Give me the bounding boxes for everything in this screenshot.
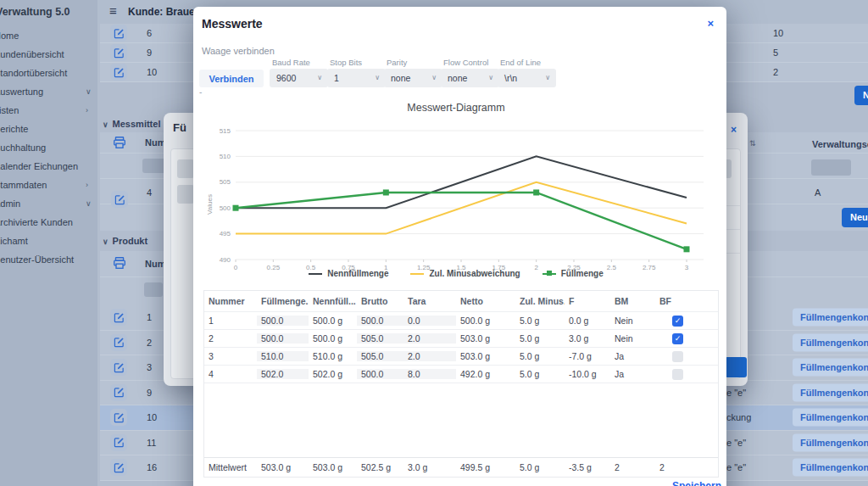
row-text-fragment: ckung [726,412,751,422]
edit-icon[interactable] [110,25,127,42]
field-label: Parity [387,58,407,67]
table-cell: 500.0 g [309,333,357,344]
sidebar-item-eichamt[interactable]: Eichamt [0,232,97,250]
filter-input-nummer[interactable] [142,159,166,173]
sidebar-item-kalender-eichungen[interactable]: Kalender Eichungen [0,157,97,176]
speichern-link[interactable]: Speichern [672,480,721,486]
legend-label: Zul. Minusabweichung [429,269,520,278]
printer-icon[interactable] [113,136,126,153]
fuellmengenkontrolle-button[interactable]: Füllmengenkontrolle [793,459,868,477]
edit-icon[interactable] [110,384,127,401]
sidebar-item-benutzer-bersicht[interactable]: Benutzer-Übersicht [0,250,97,269]
section-messmittel[interactable]: ∨Messmittel [103,119,160,129]
section-produkt[interactable]: ∨Produkt [103,236,147,246]
bf-checkbox[interactable]: ✓ [672,333,683,344]
row-text-fragment: e "e" [726,388,746,398]
sidebar-item-auswertung[interactable]: Auswertung∨ [0,82,97,101]
select-flow-control[interactable]: none∨ [441,69,499,87]
modal2-blue-button[interactable] [725,357,747,377]
table-cell: Nein [610,316,655,326]
row-text-fragment: e "e" [726,438,746,448]
select-end-of-line[interactable]: \r\n∨ [498,69,556,87]
modal2-input[interactable] [177,185,194,204]
hamburger-menu-icon[interactable]: ≡ [109,3,117,18]
filter-input-verwaltungscode[interactable] [811,159,851,176]
printer-icon[interactable] [113,256,126,273]
neu-button-messmittel[interactable]: Neu - [842,208,868,227]
fuellmengenkontrolle-button[interactable]: Füllmengenkontrolle [793,333,868,351]
edit-icon[interactable] [110,64,127,81]
sort-icon[interactable]: ⇅ [749,139,756,148]
svg-text:495: 495 [220,230,231,237]
select-stop-bits[interactable]: 1∨ [327,69,386,87]
edit-icon[interactable] [110,359,127,376]
table-cell-bf [655,351,718,362]
fuellmengenkontrolle-button[interactable]: Füllmengenkontrolle [793,309,868,327]
table-cell: 8.0 [403,369,456,379]
table-cell: 500.0 [257,316,309,326]
edit-icon[interactable] [110,459,127,476]
sidebar-item-standort-bersicht[interactable]: Standortübersicht [0,64,97,82]
sidebar-item-buchhaltung[interactable]: Buchhaltung [0,138,97,157]
bf-checkbox[interactable] [672,351,683,362]
fuellmengenkontrolle-button[interactable]: Füllmengenkontrolle [793,409,868,427]
svg-text:490: 490 [220,256,231,264]
sidebar-item-label: Kundenübersicht [0,49,64,59]
bf-checkbox[interactable]: ✓ [672,316,683,327]
column-header: F [565,296,610,306]
neu-button-top[interactable]: Neu [854,86,868,105]
filter-input-nummer[interactable] [144,282,163,297]
sidebar-item-listen[interactable]: Listen› [0,101,97,120]
table-cell-bf: ✓ [655,333,718,344]
modal-title: Messwerte [202,17,263,31]
fuellmengenkontrolle-button[interactable]: Füllmengenkontrolle [793,383,868,401]
edit-icon[interactable] [110,309,127,326]
close-icon[interactable]: × [731,125,737,135]
sidebar-item-label: Admin [0,198,20,209]
table-row: 1500.0500.0 g500.00.0500.0 g5.0 g0.0 gNe… [204,312,718,330]
sidebar-item-archivierte-kunden[interactable]: Archivierte Kunden [0,213,97,232]
table-cell: 5.0 g [515,333,565,344]
table-cell: 4 [204,369,257,379]
sidebar-item-label: Auswertung [0,87,43,97]
bf-checkbox[interactable] [672,369,683,380]
sidebar: Verwaltung 5.0 HomeKundenübersichtStando… [0,0,97,486]
table-cell: 5.0 g [515,369,565,379]
svg-text:515: 515 [220,127,231,135]
row-value: 2 [773,67,778,77]
sidebar-item-home[interactable]: Home [0,26,97,45]
sidebar-item-stammdaten[interactable]: Stammdaten› [0,176,97,194]
modal2-input[interactable] [177,159,194,178]
table-cell: 500.0 [357,369,403,379]
edit-icon[interactable] [110,334,127,351]
row-value: 5 [773,47,778,58]
sidebar-item-berichte[interactable]: Berichte [0,120,97,138]
sidebar-item-kunden-bersicht[interactable]: Kundenübersicht [0,45,97,64]
edit-icon[interactable] [110,44,127,61]
verbinden-button[interactable]: Verbinden [199,70,264,87]
select-value: none [391,73,410,83]
fuellmengenkontrolle-button[interactable]: Füllmengenkontrolle [793,359,868,377]
summary-row: Mittelwert503.0 g503.0 g502.5 g3.0 g499.… [204,457,718,477]
edit-icon[interactable] [110,409,127,426]
legend-item: Füllmenge [542,269,604,278]
edit-icon[interactable] [110,434,127,451]
edit-icon[interactable] [111,191,128,208]
close-icon[interactable]: × [707,18,714,29]
select-parity[interactable]: none∨ [384,69,442,87]
row-nummer: 10 [147,67,157,77]
table-cell: 500.0 g [456,316,515,326]
sidebar-item-admin[interactable]: Admin∨ [0,194,97,213]
sidebar-item-label: Listen [0,105,19,115]
messmittel-row-code: A [815,187,821,198]
fuellmengenkontrolle-button[interactable]: Füllmengenkontrolle [793,433,868,451]
legend-marker [547,271,552,276]
table-row: 3510.0510.0 g505.02.0503.0 g5.0 g-7.0 gJ… [204,348,718,366]
select-baud-rate[interactable]: 9600∨ [270,69,328,87]
messwerte-table: NummerFüllmenge...Nennfüll...BruttoTaraN… [203,290,719,478]
column-header: Nennfüll... [309,296,357,306]
chevron-right-icon: › [86,176,88,194]
table-cell-bf [655,369,718,380]
legend-label: Nennfüllmenge [327,269,388,278]
chevron-down-icon: ∨ [86,82,92,101]
